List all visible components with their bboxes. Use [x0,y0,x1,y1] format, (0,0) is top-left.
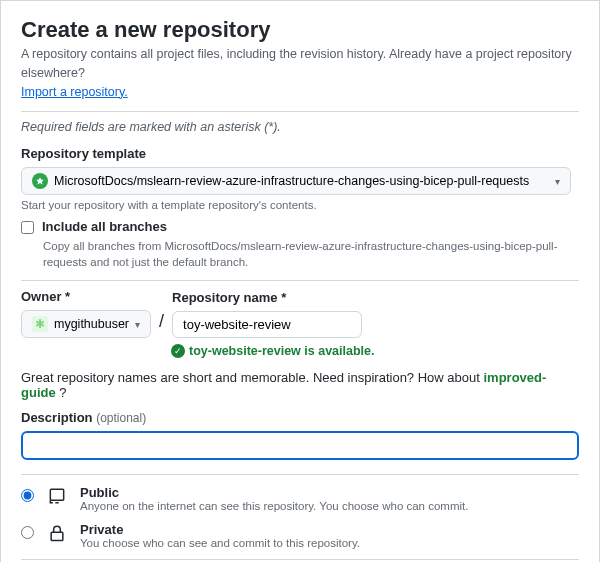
owner-select[interactable]: ✱ mygithubuser ▾ [21,310,151,338]
divider [21,474,579,475]
check-icon: ✓ [171,344,185,358]
repo-name-input[interactable] [172,311,362,338]
divider [21,280,579,281]
repo-name-inspiration: Great repository names are short and mem… [21,370,579,400]
page-title: Create a new repository [21,17,579,43]
chevron-down-icon: ▾ [555,176,560,187]
include-all-branches-checkbox[interactable] [21,221,34,234]
repo-name-label: Repository name * [172,290,362,305]
visibility-public-radio[interactable] [21,489,34,502]
owner-repo-separator: / [159,311,164,338]
template-icon [32,173,48,189]
repo-name-available-text: toy-website-review is available. [189,344,375,358]
template-label: Repository template [21,146,579,161]
visibility-private-radio[interactable] [21,526,34,539]
divider [21,111,579,112]
visibility-private-desc: You choose who can see and commit to thi… [80,537,360,549]
owner-value: mygithubuser [54,317,129,331]
required-fields-note: Required fields are marked with an aster… [21,120,579,134]
visibility-private-title: Private [80,522,360,537]
visibility-public-title: Public [80,485,468,500]
template-select[interactable]: MicrosoftDocs/mslearn-review-azure-infra… [21,167,571,195]
page-subtitle: A repository contains all project files,… [21,45,579,101]
owner-label: Owner * [21,289,151,304]
template-hint: Start your repository with a template re… [21,199,579,211]
repo-icon [46,485,68,506]
visibility-public-desc: Anyone on the internet can see this repo… [80,500,468,512]
svg-rect-0 [50,490,63,501]
include-all-branches-desc: Copy all branches from MicrosoftDocs/msl… [43,238,579,270]
chevron-down-icon: ▾ [135,319,140,330]
divider [21,559,579,560]
owner-avatar-icon: ✱ [32,316,48,332]
svg-rect-1 [51,533,63,541]
lock-icon [46,522,68,543]
description-label: Description (optional) [21,410,579,425]
description-input[interactable] [21,431,579,460]
template-selected-value: MicrosoftDocs/mslearn-review-azure-infra… [54,174,529,188]
include-all-branches-label: Include all branches [42,219,167,234]
import-repository-link[interactable]: Import a repository. [21,85,128,99]
